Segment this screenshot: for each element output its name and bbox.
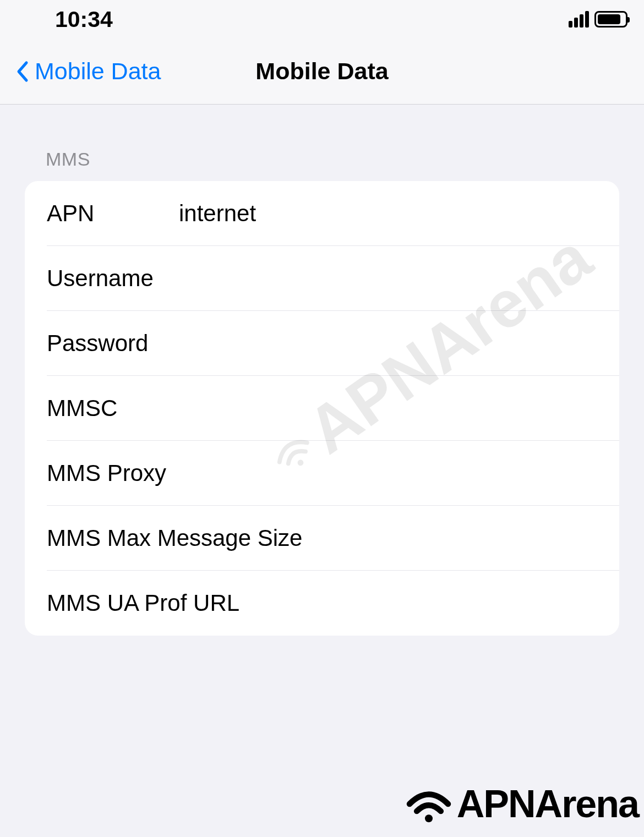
page-title: Mobile Data [255, 58, 388, 85]
status-indicators [569, 11, 627, 28]
row-apn[interactable]: APN [25, 181, 619, 246]
back-button[interactable]: Mobile Data [14, 58, 161, 85]
row-username[interactable]: Username [25, 246, 619, 311]
row-mmsc[interactable]: MMSC [25, 376, 619, 441]
label-username: Username [47, 265, 179, 292]
row-password[interactable]: Password [25, 311, 619, 376]
settings-group-mms: APN Username Password MMSC MMS Proxy MMS… [25, 181, 619, 636]
label-mms-proxy: MMS Proxy [47, 460, 307, 486]
input-password[interactable] [179, 330, 619, 357]
status-time: 10:34 [55, 7, 113, 32]
wifi-icon [404, 785, 454, 823]
navigation-bar: Mobile Data Mobile Data [0, 39, 644, 105]
label-mms-max-size: MMS Max Message Size [47, 525, 307, 551]
row-mms-max-size[interactable]: MMS Max Message Size [25, 506, 619, 571]
label-apn: APN [47, 200, 179, 227]
back-label: Mobile Data [35, 58, 161, 85]
input-username[interactable] [179, 265, 619, 292]
status-bar: 10:34 [0, 0, 644, 39]
row-mms-ua-prof[interactable]: MMS UA Prof URL [25, 571, 619, 636]
input-mms-ua-prof[interactable] [307, 590, 619, 616]
cellular-signal-icon [569, 11, 589, 28]
footer-brand-text: APNArena [457, 782, 638, 826]
battery-icon [594, 11, 627, 28]
section-header-mms: MMS [25, 149, 619, 170]
label-mmsc: MMSC [47, 395, 179, 422]
input-mms-proxy[interactable] [307, 460, 619, 486]
input-mmsc[interactable] [179, 395, 619, 422]
footer-brand: APNArena [404, 782, 638, 826]
content-area: MMS APN Username Password MMSC MMS Proxy… [0, 105, 644, 636]
input-mms-max-size[interactable] [307, 525, 619, 551]
chevron-left-icon [14, 58, 30, 85]
row-mms-proxy[interactable]: MMS Proxy [25, 441, 619, 506]
label-mms-ua-prof: MMS UA Prof URL [47, 590, 307, 616]
svg-point-1 [425, 814, 433, 822]
input-apn[interactable] [179, 200, 619, 227]
label-password: Password [47, 330, 179, 357]
